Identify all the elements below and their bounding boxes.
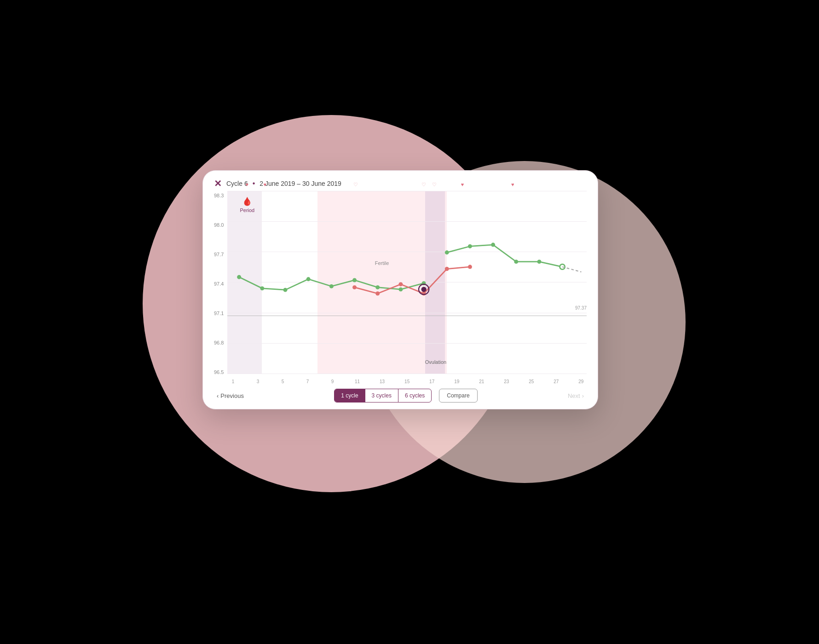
bottom-nav: ‹ Previous 1 cycle 3 cycles 6 cycles Com…: [214, 389, 587, 402]
green-dot-6: [353, 278, 357, 282]
y-label-7: 96.5: [214, 369, 224, 375]
red-dot-2: [376, 292, 380, 296]
green-dot-12: [491, 243, 496, 247]
chart-area: 97.37 🩸 Period Fertile Ovulation: [227, 191, 587, 384]
x-axis: 1 3 5 7 9 11 13 15 17 19 21 23 25 27: [227, 374, 587, 384]
green-dot-14: [537, 259, 542, 264]
x-label-10: 19: [451, 379, 462, 384]
red-dot-5: [445, 267, 449, 271]
x-label-7: 13: [377, 379, 388, 384]
red-dot-6: [468, 265, 472, 269]
x-label-6: 11: [352, 379, 363, 384]
cycle-tabs: 1 cycle 3 cycles 6 cycles: [334, 389, 432, 402]
x-label-12: 23: [501, 379, 512, 384]
green-dot-7: [376, 285, 380, 289]
scene: ✕ Cycle 6 • 2 June 2019 – 30 June 2019 9…: [133, 69, 686, 575]
chevron-right-icon: ›: [582, 392, 584, 399]
y-label-3: 97.7: [214, 252, 224, 257]
compare-button[interactable]: Compare: [439, 389, 477, 402]
y-label-2: 98.0: [214, 222, 224, 228]
x-label-4: 7: [302, 379, 313, 384]
green-dot-13: [514, 259, 519, 264]
green-dot-10: [445, 250, 449, 254]
green-dot-5: [329, 284, 334, 288]
next-button[interactable]: Next ›: [565, 391, 587, 401]
chart-svg: [227, 191, 587, 334]
x-label-2: 3: [252, 379, 263, 384]
y-label-1: 98.3: [214, 193, 224, 198]
x-label-9: 17: [427, 379, 438, 384]
x-label-11: 21: [476, 379, 487, 384]
previous-button[interactable]: ‹ Previous: [214, 391, 247, 401]
close-button[interactable]: ✕: [214, 179, 222, 188]
x-label-1: 1: [227, 379, 238, 384]
green-dot-1: [237, 275, 242, 279]
x-label-15: 29: [576, 379, 587, 384]
hearts-row: ♥ ♥ ♡ ♡ ♡ ♥ ♥: [227, 182, 587, 190]
tab-3-cycles[interactable]: 3 cycles: [365, 389, 398, 402]
previous-label: Previous: [220, 392, 244, 399]
x-label-5: 9: [327, 379, 338, 384]
y-label-4: 97.4: [214, 281, 224, 287]
red-line: [355, 267, 470, 293]
ovulation-dot: [421, 287, 427, 292]
ovulation-zone-label: Ovulation: [425, 357, 445, 366]
heart-3: ♡: [353, 182, 358, 188]
green-dot-8: [399, 288, 403, 292]
heart-5: ♡: [432, 182, 437, 188]
next-label: Next: [568, 392, 580, 399]
red-dot-1: [353, 285, 357, 289]
y-label-6: 96.8: [214, 340, 224, 345]
heart-6: ♥: [461, 182, 464, 187]
green-dot-4: [306, 277, 311, 281]
chart-body: 98.3 98.0 97.7 97.4 97.1 96.8 96.5: [214, 191, 587, 384]
y-axis: 98.3 98.0 97.7 97.4 97.1 96.8 96.5: [214, 191, 227, 384]
y-label-5: 97.1: [214, 310, 224, 316]
tab-1-cycle[interactable]: 1 cycle: [335, 389, 365, 402]
red-dot-3: [399, 282, 403, 286]
x-label-3: 5: [277, 379, 288, 384]
green-dot-11: [468, 244, 472, 248]
chart-container: ✕ Cycle 6 • 2 June 2019 – 30 June 2019 9…: [203, 171, 598, 409]
heart-2: ♥: [263, 182, 266, 187]
x-label-14: 27: [551, 379, 562, 384]
tablet-frame: ✕ Cycle 6 • 2 June 2019 – 30 June 2019 9…: [202, 170, 598, 409]
chevron-left-icon: ‹: [217, 392, 219, 399]
x-label-13: 25: [526, 379, 537, 384]
heart-7: ♥: [511, 182, 514, 187]
heart-1: ♥: [245, 182, 248, 187]
green-dot-3: [283, 288, 288, 292]
green-line-right: [447, 245, 563, 267]
green-dot-2: [260, 286, 265, 290]
grid-line-6: [227, 343, 587, 344]
heart-4: ♡: [421, 182, 426, 188]
tab-6-cycles[interactable]: 6 cycles: [398, 389, 431, 402]
x-label-8: 15: [402, 379, 413, 384]
